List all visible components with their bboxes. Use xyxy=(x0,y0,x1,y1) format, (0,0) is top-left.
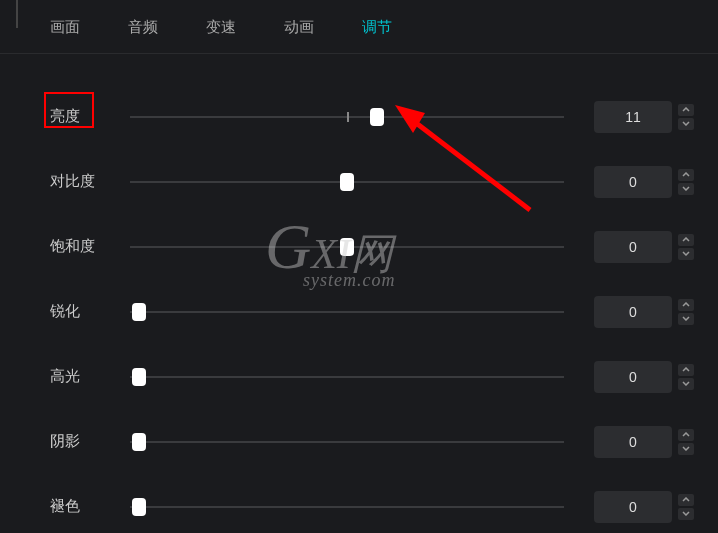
slider[interactable] xyxy=(130,107,564,127)
stepper-down-button[interactable] xyxy=(678,378,694,390)
chevron-down-icon xyxy=(682,316,690,321)
value-stepper xyxy=(678,361,698,393)
slider[interactable] xyxy=(130,172,564,192)
slider-label: 阴影 xyxy=(50,432,130,451)
chevron-up-icon xyxy=(682,237,690,242)
slider-row: 褪色0 xyxy=(50,474,698,533)
value-input[interactable]: 11 xyxy=(594,101,672,133)
slider-label: 褪色 xyxy=(50,497,130,516)
slider-row: 对比度0 xyxy=(50,149,698,214)
slider-thumb[interactable] xyxy=(132,498,146,516)
stepper-down-button[interactable] xyxy=(678,508,694,520)
value-stepper xyxy=(678,426,698,458)
slider[interactable] xyxy=(130,497,564,517)
stepper-down-button[interactable] xyxy=(678,183,694,195)
slider-track xyxy=(130,116,564,118)
chevron-down-icon xyxy=(682,251,690,256)
slider-label: 饱和度 xyxy=(50,237,130,256)
tab-animation[interactable]: 动画 xyxy=(284,18,314,37)
slider-track xyxy=(130,376,564,378)
value-input[interactable]: 0 xyxy=(594,491,672,523)
value-input[interactable]: 0 xyxy=(594,426,672,458)
chevron-down-icon xyxy=(682,511,690,516)
chevron-up-icon xyxy=(682,497,690,502)
chevron-down-icon xyxy=(682,186,690,191)
chevron-down-icon xyxy=(682,381,690,386)
tab-adjust[interactable]: 调节 xyxy=(362,18,392,37)
slider-row: 高光0 xyxy=(50,344,698,409)
slider-thumb[interactable] xyxy=(132,433,146,451)
stepper-up-button[interactable] xyxy=(678,429,694,441)
slider-track xyxy=(130,311,564,313)
slider-thumb[interactable] xyxy=(340,173,354,191)
value-input[interactable]: 0 xyxy=(594,296,672,328)
slider-thumb[interactable] xyxy=(370,108,384,126)
slider-thumb[interactable] xyxy=(132,303,146,321)
left-scroll-indicator xyxy=(16,0,18,28)
slider-track xyxy=(130,506,564,508)
stepper-down-button[interactable] xyxy=(678,118,694,130)
stepper-up-button[interactable] xyxy=(678,494,694,506)
value-stepper xyxy=(678,231,698,263)
value-input[interactable]: 0 xyxy=(594,231,672,263)
slider[interactable] xyxy=(130,302,564,322)
stepper-down-button[interactable] xyxy=(678,443,694,455)
slider[interactable] xyxy=(130,237,564,257)
slider-label: 锐化 xyxy=(50,302,130,321)
slider-thumb[interactable] xyxy=(340,238,354,256)
adjust-panel: 亮度11对比度0饱和度0锐化0高光0阴影0褪色0 xyxy=(0,54,718,533)
value-input[interactable]: 0 xyxy=(594,361,672,393)
slider-row: 饱和度0 xyxy=(50,214,698,279)
chevron-down-icon xyxy=(682,121,690,126)
slider-row: 亮度11 xyxy=(50,84,698,149)
slider-thumb[interactable] xyxy=(132,368,146,386)
stepper-down-button[interactable] xyxy=(678,313,694,325)
value-input[interactable]: 0 xyxy=(594,166,672,198)
stepper-up-button[interactable] xyxy=(678,299,694,311)
tab-bar: 画面 音频 变速 动画 调节 xyxy=(0,0,718,54)
stepper-up-button[interactable] xyxy=(678,104,694,116)
value-stepper xyxy=(678,101,698,133)
stepper-up-button[interactable] xyxy=(678,234,694,246)
value-stepper xyxy=(678,296,698,328)
tab-picture[interactable]: 画面 xyxy=(50,18,80,37)
slider[interactable] xyxy=(130,432,564,452)
stepper-down-button[interactable] xyxy=(678,248,694,260)
slider-row: 阴影0 xyxy=(50,409,698,474)
slider-label: 对比度 xyxy=(50,172,130,191)
value-stepper xyxy=(678,166,698,198)
chevron-up-icon xyxy=(682,367,690,372)
tab-audio[interactable]: 音频 xyxy=(128,18,158,37)
tab-speed[interactable]: 变速 xyxy=(206,18,236,37)
slider-origin-tick xyxy=(347,112,349,122)
slider-label: 亮度 xyxy=(50,107,130,126)
value-stepper xyxy=(678,491,698,523)
chevron-up-icon xyxy=(682,432,690,437)
chevron-down-icon xyxy=(682,446,690,451)
chevron-up-icon xyxy=(682,172,690,177)
slider[interactable] xyxy=(130,367,564,387)
chevron-up-icon xyxy=(682,302,690,307)
stepper-up-button[interactable] xyxy=(678,364,694,376)
chevron-up-icon xyxy=(682,107,690,112)
slider-label: 高光 xyxy=(50,367,130,386)
slider-row: 锐化0 xyxy=(50,279,698,344)
slider-track xyxy=(130,441,564,443)
stepper-up-button[interactable] xyxy=(678,169,694,181)
